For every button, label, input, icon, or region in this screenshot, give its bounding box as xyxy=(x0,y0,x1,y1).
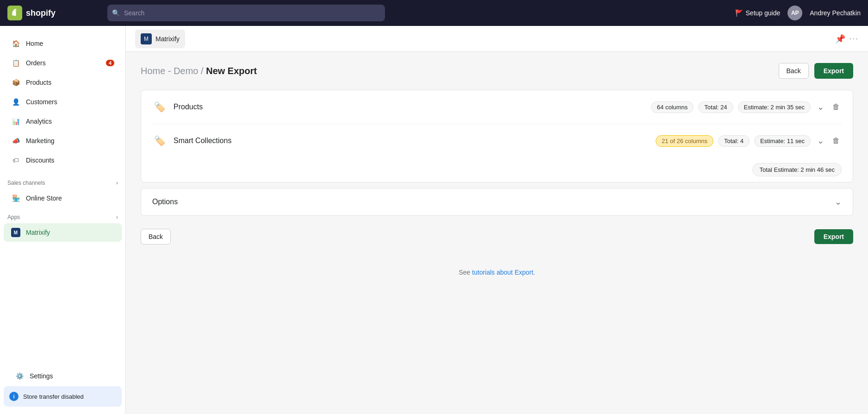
avatar[interactable]: AP xyxy=(787,6,802,20)
app-header-right: 📌 ··· xyxy=(835,34,859,44)
home-icon: 🏠 xyxy=(11,39,20,48)
breadcrumb-actions: Back Export xyxy=(779,63,853,79)
products-estimate-badge: Estimate: 2 min 35 sec xyxy=(738,101,811,113)
sidebar-item-label: Customers xyxy=(26,98,57,106)
flag-icon: 🚩 xyxy=(735,9,743,17)
sidebar-item-discounts[interactable]: 🏷 Discounts xyxy=(4,151,122,169)
pin-icon[interactable]: 📌 xyxy=(835,34,845,44)
sales-channels-label: Sales channels xyxy=(7,180,45,186)
matrixify-tab-label: Matrixify xyxy=(155,35,180,43)
breadcrumb-row: Home - Demo / New Export Back Export xyxy=(141,63,853,79)
export-button-bottom[interactable]: Export xyxy=(814,229,853,244)
search-icon: 🔍 xyxy=(112,9,120,17)
total-estimate-row: Total Estimate: 2 min 46 sec xyxy=(141,157,853,182)
footer-text: See tutorials about Export. xyxy=(141,261,853,287)
smart-collections-delete-button[interactable]: 🗑 xyxy=(831,135,842,147)
sidebar-item-matrixify[interactable]: M Matrixify xyxy=(4,223,122,242)
options-expand-icon: ⌄ xyxy=(835,197,842,207)
sidebar-item-label: Discounts xyxy=(26,157,54,164)
sidebar-item-label: Home xyxy=(26,40,43,47)
sidebar-item-label: Analytics xyxy=(26,118,52,125)
sidebar-item-label: Marketing xyxy=(26,137,54,144)
smart-collections-row-actions: ⌄ 🗑 xyxy=(815,134,842,148)
matrixify-sidebar-icon: M xyxy=(11,228,20,237)
products-total-badge: Total: 24 xyxy=(698,101,733,113)
smart-collections-expand-button[interactable]: ⌄ xyxy=(815,134,826,148)
sidebar-bottom: ⚙️ Settings i Store transfer disabled xyxy=(0,358,125,414)
apps-label: Apps xyxy=(7,214,20,220)
footer-see-label: See xyxy=(459,269,472,276)
topbar: shopify 🔍 🚩 Setup guide AP Andrey Pechat… xyxy=(0,0,868,26)
back-button-bottom[interactable]: Back xyxy=(141,229,171,245)
export-row-smart-collections: 🏷️ Smart Collections 21 of 26 columns To… xyxy=(152,124,842,157)
sales-channels-arrow: › xyxy=(116,180,118,186)
total-estimate-badge: Total Estimate: 2 min 46 sec xyxy=(752,163,842,176)
products-icon: 📦 xyxy=(11,78,20,87)
products-columns-tag[interactable]: 64 columns xyxy=(651,101,694,113)
smart-collections-estimate-badge: Estimate: 11 sec xyxy=(754,135,811,147)
breadcrumb-home: Home xyxy=(141,66,165,76)
sidebar-item-analytics[interactable]: 📊 Analytics xyxy=(4,112,122,131)
export-items-section: 🏷️ Products 64 columns Total: 24 Estimat… xyxy=(141,90,853,157)
apps-arrow: › xyxy=(116,214,118,220)
info-icon: i xyxy=(9,392,19,401)
sales-channels-section[interactable]: Sales channels › xyxy=(0,174,125,188)
export-row-products: 🏷️ Products 64 columns Total: 24 Estimat… xyxy=(152,90,842,124)
search-input[interactable] xyxy=(107,5,385,21)
logo-text: shopify xyxy=(26,8,56,18)
search-bar[interactable]: 🔍 xyxy=(107,5,385,21)
products-expand-button[interactable]: ⌄ xyxy=(815,100,826,114)
export-button-top[interactable]: Export xyxy=(814,63,853,79)
orders-icon: 📋 xyxy=(11,58,20,68)
sidebar-item-online-store[interactable]: 🏪 Online Store xyxy=(4,189,122,207)
breadcrumb-slash: / xyxy=(201,66,206,76)
bottom-actions: Back Export xyxy=(141,223,853,250)
settings-item[interactable]: ⚙️ Settings xyxy=(7,367,118,385)
smart-collections-total-badge: Total: 4 xyxy=(718,135,750,147)
breadcrumb-demo: Demo xyxy=(174,66,198,76)
sidebar-item-products[interactable]: 📦 Products xyxy=(4,73,122,92)
sidebar-item-home[interactable]: 🏠 Home xyxy=(4,34,122,53)
settings-icon: ⚙️ xyxy=(15,371,24,381)
main-content: M Matrixify 📌 ··· Home - Demo / New Expo… xyxy=(126,26,868,414)
sidebar: 🏠 Home 📋 Orders 4 📦 Products 👤 Customers… xyxy=(0,26,126,414)
breadcrumb-current: New Export xyxy=(206,66,257,76)
more-options-icon[interactable]: ··· xyxy=(849,34,859,44)
discounts-icon: 🏷 xyxy=(11,156,20,165)
store-transfer-banner: i Store transfer disabled xyxy=(4,386,122,407)
online-store-icon: 🏪 xyxy=(11,194,20,203)
back-button-top[interactable]: Back xyxy=(779,63,809,79)
products-row-actions: ⌄ 🗑 xyxy=(815,100,842,114)
user-name: Andrey Pechatkin xyxy=(810,9,861,17)
matrixify-tab-icon-letter: M xyxy=(144,36,149,42)
avatar-initials: AP xyxy=(791,10,799,16)
analytics-icon: 📊 xyxy=(11,117,20,126)
products-row-title: Products xyxy=(174,103,651,111)
topbar-right: 🚩 Setup guide AP Andrey Pechatkin xyxy=(735,6,861,20)
smart-collections-columns-tag[interactable]: 21 of 26 columns xyxy=(656,135,713,147)
options-card[interactable]: Options ⌄ xyxy=(141,188,853,216)
page-content: Home - Demo / New Export Back Export 🏷️ xyxy=(126,52,868,298)
breadcrumb-separator: - xyxy=(168,66,174,76)
smart-collections-row-title: Smart Collections xyxy=(174,137,656,145)
options-row[interactable]: Options ⌄ xyxy=(141,188,853,215)
tutorials-link[interactable]: tutorials about Export. xyxy=(472,269,535,276)
products-delete-button[interactable]: 🗑 xyxy=(831,101,842,113)
layout: 🏠 Home 📋 Orders 4 📦 Products 👤 Customers… xyxy=(0,26,868,414)
settings-label: Settings xyxy=(30,372,53,380)
orders-badge: 4 xyxy=(106,60,114,66)
breadcrumb: Home - Demo / New Export xyxy=(141,66,257,76)
sidebar-item-orders[interactable]: 📋 Orders 4 xyxy=(4,54,122,72)
setup-guide-button[interactable]: 🚩 Setup guide xyxy=(735,9,781,17)
marketing-icon: 📣 xyxy=(11,136,20,145)
setup-guide-label: Setup guide xyxy=(746,9,781,17)
customers-icon: 👤 xyxy=(11,97,20,107)
shopify-logo-icon xyxy=(7,6,22,20)
smart-collections-row-icon: 🏷️ xyxy=(152,133,167,148)
matrixify-tab[interactable]: M Matrixify xyxy=(135,30,185,48)
apps-section[interactable]: Apps › xyxy=(0,208,125,222)
sidebar-item-label: Orders xyxy=(26,59,46,67)
sidebar-item-marketing[interactable]: 📣 Marketing xyxy=(4,132,122,150)
sidebar-item-customers[interactable]: 👤 Customers xyxy=(4,93,122,111)
sidebar-item-label: Matrixify xyxy=(26,229,50,236)
